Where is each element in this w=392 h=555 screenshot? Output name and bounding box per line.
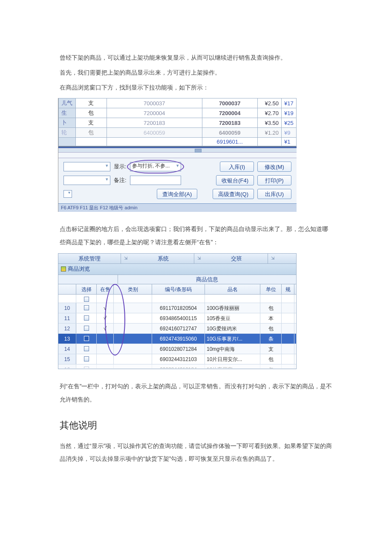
show-filter-dropdown[interactable]: 参与打折, 不参... <box>130 162 181 171</box>
cashier-button[interactable]: 收银台(F4) <box>216 175 254 185</box>
table-row[interactable]: 轮 包 6400059 6400059 ¥1.20 ¥9 <box>59 128 297 138</box>
checkbox-icon[interactable] <box>84 326 89 331</box>
screenshot-1: 儿气 支 7000037 7000037 ¥2.50 ¥17 生 包 72000… <box>58 98 297 212</box>
menu-expand-icon[interactable] <box>268 254 279 263</box>
table-row[interactable]: 15 6903244312103 10片日用安尔... 包 <box>58 354 296 364</box>
explain-paragraph: 列“在售”一栏中，打对勾的，表示上架的商品，可以正常销售。而没有打对勾的，表示下… <box>60 380 332 406</box>
stockin-button[interactable]: 入库(I) <box>220 162 254 172</box>
checkbox-icon[interactable] <box>84 367 89 368</box>
col-select[interactable]: 选择 <box>76 284 97 294</box>
col-spec[interactable]: 规 <box>282 284 294 294</box>
col-code[interactable]: 编号/条形码 <box>152 284 205 294</box>
menu-bar: 系统管理 系统 交班 <box>58 254 296 264</box>
menu-system[interactable]: 系统 <box>132 254 195 263</box>
tab-title[interactable]: 商品浏览 <box>58 264 296 275</box>
other-notes-heading: 其他说明 <box>60 419 332 432</box>
col-onsale[interactable]: 在售 <box>97 284 114 294</box>
checkbox-icon[interactable] <box>84 297 89 302</box>
menu-system-manage[interactable]: 系统管理 <box>58 254 121 263</box>
group-header: 商品信息 <box>58 275 296 284</box>
table-row[interactable]: 11 √ 6934865400115 105香蚕豆 本 <box>58 313 296 324</box>
filter-dropdown-1[interactable] <box>63 162 110 171</box>
product-browse-icon <box>61 266 66 272</box>
filter-dropdown-2[interactable] <box>63 176 110 185</box>
intro-paragraph-3: 在商品浏览窗口下方，找到显示下拉功能项，如下所示： <box>60 81 332 94</box>
print-button[interactable]: 打印(P) <box>257 175 291 185</box>
column-headers: 选择 在售 类别 编号/条形码 品名 单位 规 <box>58 284 296 295</box>
remark-input[interactable] <box>130 176 181 185</box>
checkbox-icon[interactable] <box>84 346 89 351</box>
query-all-button[interactable]: 查询全部(A) <box>157 189 197 199</box>
checkbox-icon[interactable] <box>84 305 89 310</box>
small-dropdown[interactable] <box>63 190 72 198</box>
modify-button[interactable]: 修改(M) <box>257 162 291 172</box>
table-row[interactable]: 10 √ 6911701820504 100G香辣丽丽 包 <box>58 303 296 313</box>
table-row-selected[interactable]: 13 6924743915060 10G乐事薯片/... 条 <box>58 334 296 344</box>
remark-label: 备注: <box>114 176 127 184</box>
checkbox-icon[interactable] <box>84 315 89 321</box>
checkbox-icon[interactable] <box>84 356 89 361</box>
status-bar: F6 ATF9 F11 显出 F12 地级号 admin <box>58 203 297 212</box>
filter-row[interactable] <box>58 295 296 303</box>
menu-shift[interactable]: 交班 <box>205 254 268 263</box>
show-label: 显示: <box>114 163 127 171</box>
col-name[interactable]: 品名 <box>205 284 260 294</box>
table-row[interactable]: 生 包 7200004 7200004 ¥2.70 ¥19 <box>59 108 297 118</box>
table-row[interactable]: 14 6901028071284 10mg中南海 支 <box>58 344 296 354</box>
col-category[interactable]: 类别 <box>114 284 152 294</box>
intro-paragraph-1: 曾经下架的商品，可以通过上架功能来恢复显示，从而可以继续进行销售及查询操作。 <box>60 51 332 64</box>
table-row[interactable]: 12 √ 6924160712747 10G爱辣鸡米 包 <box>58 324 296 334</box>
controls-panel: 显示: 参与打折, 不参... 入库(I) 修改(M) 备注: 收银台(F4) … <box>58 158 297 203</box>
summary-row: 6919601... ¥1 <box>59 138 297 146</box>
table-row[interactable]: 16 6903244612104 10片夜用安… 包 <box>58 364 296 369</box>
final-paragraph: 当然，通过“显示”项，可以操作其它的查询功能，请尝试操作体验一下即可看到效果。如… <box>60 439 332 466</box>
menu-expand-icon[interactable] <box>121 254 132 263</box>
table-row[interactable]: 卜 支 7200183 7200183 ¥3.50 ¥25 <box>59 118 297 128</box>
advanced-query-button[interactable]: 高级查询(Q) <box>213 189 254 199</box>
stockout-button[interactable]: 出库(U) <box>257 189 291 199</box>
mid-paragraph: 点击标记蓝圈的地方后，会出现选项窗口；我们将看到，下架的商品自动显示出来了。那，… <box>60 223 332 249</box>
menu-expand-icon[interactable] <box>194 254 205 263</box>
col-unit[interactable]: 单位 <box>260 284 282 294</box>
product-table-top: 儿气 支 7000037 7000037 ¥2.50 ¥17 生 包 72000… <box>58 98 297 146</box>
screenshot-2: 系统管理 系统 交班 商品浏览 商品信息 选择 在售 类别 编号/条形码 品名 … <box>58 253 297 369</box>
checkbox-icon[interactable] <box>84 336 89 341</box>
table-row[interactable]: 儿气 支 7000037 7000037 ¥2.50 ¥17 <box>59 98 297 108</box>
horizontal-scrollbar[interactable] <box>58 148 297 152</box>
intro-paragraph-2: 首先，我们需要把上架的商品显示出来，方可进行上架操作。 <box>60 66 332 79</box>
tab-label: 商品浏览 <box>68 263 90 275</box>
